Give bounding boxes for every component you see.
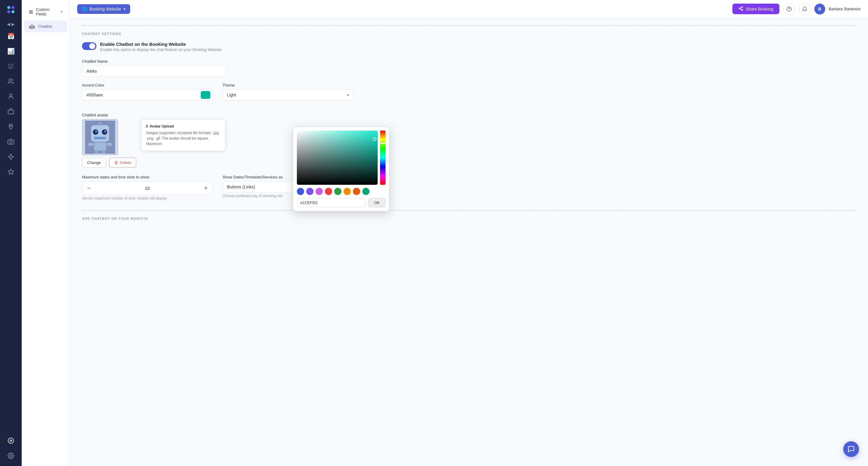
info-icon: ℹ [146, 124, 148, 129]
chevron-down-icon: ▾ [124, 7, 125, 11]
trash-icon: 🗑 [114, 160, 118, 165]
sidebar-item-custom-fields[interactable]: ⊞ Custom Fields ▾ [24, 4, 67, 19]
avatar-box: Change 🗑 Delete ℹ Avatar Upload Images s… [82, 119, 856, 167]
theme-select-wrap: Light Dark ▾ [222, 89, 353, 101]
svg-rect-27 [95, 150, 98, 154]
bag-icon[interactable] [4, 105, 18, 118]
picker-gradient-row [297, 130, 385, 185]
person-icon[interactable] [4, 90, 18, 103]
slots-counter: − 10 + [82, 181, 213, 195]
help-button[interactable] [783, 3, 795, 15]
calendar-icon[interactable]: 📅 [4, 30, 18, 43]
svg-line-13 [740, 7, 742, 8]
hue-cursor [379, 143, 386, 144]
color-hue-strip[interactable] [380, 130, 385, 185]
picker-hex-input[interactable] [297, 198, 366, 207]
gear-icon[interactable] [4, 449, 18, 462]
enable-toggle-label: Enable Chatbot on the Booking Website [100, 41, 222, 47]
preset-swatch-burnt-orange[interactable] [353, 188, 360, 195]
people-icon[interactable] [4, 75, 18, 88]
enable-chatbot-toggle[interactable] [82, 42, 96, 50]
avatar-label: ChatBot avatar [82, 113, 856, 117]
avatar-preview [82, 119, 118, 155]
svg-point-7 [10, 440, 12, 442]
chatbot-name-label: ChatBot Name [82, 59, 856, 64]
svg-point-22 [104, 130, 106, 132]
app-logo[interactable] [5, 4, 17, 16]
preset-swatch-red[interactable] [325, 188, 332, 195]
add-chatbot-divider [82, 210, 856, 211]
svg-rect-28 [101, 150, 105, 154]
preset-swatch-teal[interactable] [362, 188, 370, 195]
avatar[interactable]: B [814, 4, 825, 14]
palette-icon[interactable] [4, 434, 18, 447]
svg-point-21 [95, 130, 97, 132]
preset-swatch-violet[interactable] [306, 188, 313, 195]
preset-swatch-green[interactable] [334, 188, 341, 195]
theme-group: Theme Light Dark ▾ [222, 83, 353, 101]
chart-icon[interactable]: 📊 [4, 44, 18, 58]
booking-website-button[interactable]: 🌐 Booking Website ▾ [77, 4, 130, 14]
custom-fields-icon: ⊞ [29, 9, 33, 15]
accent-color-wrap [82, 89, 213, 101]
slots-increase-button[interactable]: + [199, 182, 213, 195]
globe-icon: 🌐 [82, 7, 87, 11]
accent-color-input[interactable] [82, 89, 213, 101]
change-avatar-button[interactable]: Change [82, 158, 106, 167]
chatbot-icon: 🤖 [29, 24, 35, 29]
notifications-button[interactable] [799, 3, 811, 15]
svg-line-12 [740, 9, 742, 10]
chatbot-name-group: ChatBot Name [82, 59, 856, 77]
booking-website-label: Booking Website [90, 7, 121, 11]
svg-point-4 [10, 141, 12, 143]
svg-point-0 [9, 79, 11, 81]
svg-rect-26 [107, 143, 112, 146]
svg-rect-2 [8, 110, 13, 114]
chat-fab-button[interactable] [843, 441, 859, 457]
section-title: CHATBOT SETTINGS [82, 32, 856, 36]
svg-point-6 [8, 438, 13, 443]
add-chatbot-section: ADD CHATBOT ON YOUR WEBSITE [82, 210, 856, 220]
preset-swatch-orange[interactable] [344, 188, 351, 195]
chatbot-avatar-section: ChatBot avatar [82, 113, 856, 167]
user-name: Barbara Stankovic [829, 7, 861, 11]
share-booking-label: Share Booking [746, 7, 773, 11]
svg-point-1 [10, 94, 12, 96]
camera-icon[interactable] [4, 135, 18, 148]
sidebar-left: ◀ ▶ 📅 📊 ☑ [0, 0, 22, 466]
svg-rect-18 [99, 122, 101, 126]
preset-swatch-purple[interactable] [315, 188, 323, 195]
theme-label: Theme [222, 83, 353, 87]
avatar-buttons: Change 🗑 Delete [82, 158, 136, 167]
picker-ok-button[interactable]: OK [368, 198, 385, 207]
svg-rect-23 [94, 137, 106, 139]
svg-marker-5 [8, 169, 13, 174]
sidebar-item-label: ChatBot [38, 24, 52, 29]
max-slots-label: Maximum dates and time slots to show [82, 175, 213, 179]
svg-rect-25 [88, 143, 93, 146]
checklist-icon[interactable]: ☑ [4, 60, 18, 73]
magic-icon[interactable] [4, 150, 18, 163]
preset-swatch-blue[interactable] [297, 188, 304, 195]
delete-avatar-button[interactable]: 🗑 Delete [109, 158, 136, 167]
svg-point-10 [739, 8, 740, 9]
sidebar-item-chatbot[interactable]: 🤖 ChatBot [24, 21, 67, 32]
color-gradient-canvas[interactable] [297, 130, 378, 185]
location-icon[interactable] [4, 120, 18, 133]
max-slots-hint: Set the maximum number of slots chatbot … [82, 196, 213, 200]
color-picker-overlay: OK [293, 127, 390, 211]
accent-color-swatch[interactable] [201, 91, 210, 99]
slots-value: 10 [96, 186, 199, 191]
star-icon[interactable] [4, 165, 18, 179]
enable-chatbot-row: Enable Chatbot on the Booking Website En… [82, 41, 856, 52]
accent-color-label: Accent Color [82, 83, 213, 87]
topbar: 🌐 Booking Website ▾ Share Booking B Barb… [70, 0, 868, 18]
slots-decrease-button[interactable]: − [82, 182, 96, 195]
theme-select[interactable]: Light Dark [222, 89, 353, 101]
chatbot-name-input[interactable] [82, 65, 227, 77]
svg-point-8 [10, 455, 12, 457]
sidebar-secondary: ⊞ Custom Fields ▾ 🤖 ChatBot [22, 0, 70, 466]
nav-arrows[interactable]: ◀ ▶ [7, 21, 15, 28]
share-booking-button[interactable]: Share Booking [733, 4, 779, 14]
picker-input-row: OK [297, 198, 385, 207]
